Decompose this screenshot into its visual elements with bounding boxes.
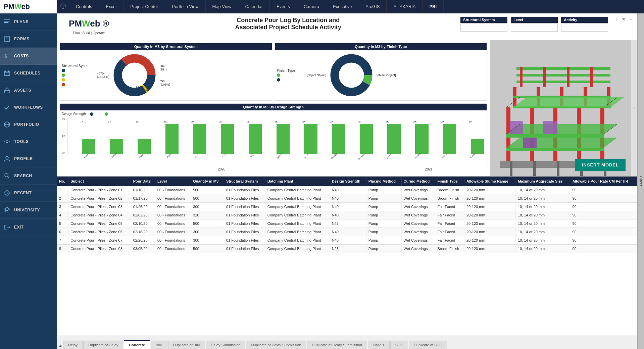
nav-tab-calendar[interactable]: Calendar [238,0,270,13]
more-icon[interactable]: ··· [628,17,632,22]
bottom-tab-duplicate-of-bim[interactable]: Duplicate of BIM [168,341,205,349]
report-tagline: Plan | Build | Operate [73,30,105,35]
nav-tab-map-view[interactable]: Map View [206,0,239,13]
bottom-tab-sdc[interactable]: SDC [390,341,408,349]
filter-level: Level All ▾ [511,17,558,32]
svg-rect-59 [567,67,569,87]
nav-tab-camera[interactable]: Camera [297,0,326,13]
bottom-tab-duplicate-of-delay-submission[interactable]: Duplicate of Delay Submission [246,341,306,349]
sidebar-item-university[interactable]: UNIVERSITY [0,202,57,219]
sidebar-label-costs: COSTS [14,54,29,58]
nav-tab-events[interactable]: Events [270,0,297,13]
legend-dot-11 [62,78,65,82]
nav-tab-controls[interactable]: Controls [69,0,99,13]
legend-item-13: 13 Slabs [62,83,95,87]
col-strength: Design Strength [330,177,366,186]
tools-icon [3,138,11,145]
right-panel-collapse[interactable]: › [631,40,637,176]
nav-tab-excel[interactable]: Excel [99,0,123,13]
bottom-tab-bim[interactable]: BIM [151,341,167,349]
sidebar-label-workflows: WORKFLOWS [14,105,43,110]
svg-rect-58 [543,67,546,87]
y-axis: 2K 1K 0K [62,117,65,154]
tab-nav-prev[interactable]: ◂ [57,343,63,349]
expand-icon[interactable]: ⊡ [622,17,626,22]
nav-tab-portfolio-view[interactable]: Portfolio View [165,0,205,13]
filter-activity-select[interactable]: All ▾ [561,23,608,32]
svg-rect-12 [4,90,10,93]
sidebar-item-profile[interactable]: PROFILE [0,150,57,167]
col-plant: Batching Plant [265,177,330,186]
finish-donut-svg [328,52,375,99]
sidebar-label-university: UNIVERSITY [14,208,40,212]
filter-icon[interactable]: ⊤ [615,17,619,22]
charts-model-row: Quantity in M3 by Structural System Stru… [57,40,637,176]
col-curing: Curing Method [401,177,435,186]
filters-side-button[interactable]: Filters [637,13,644,349]
bottom-tab-page-1[interactable]: Page 1 [368,341,390,349]
sidebar-item-forms[interactable]: FORMS [0,31,57,48]
donut-bottom-label: 17225 (64.07%) [136,85,148,92]
table-row: 5Concrete Pour - Piles - Zone 0502/10/20… [57,219,637,228]
sidebar-item-search[interactable]: SEARCH [0,167,57,185]
sidebar-item-workflows[interactable]: WORKFLOWS [0,99,57,116]
structural-legend: Structural Syste... 01 Foundati... 10 Co… [62,64,95,87]
filter-groups: Structural System All ▾ Level All ▾ [460,17,608,32]
bottom-tab-concrete[interactable]: Concrete [124,340,150,349]
sidebar-item-assets[interactable]: ASSETS [0,82,57,99]
filter-level-select[interactable]: All ▾ [511,23,558,32]
sidebar-item-schedules[interactable]: SCHEDULES [0,65,57,82]
table-row: 4Concrete Pour - Piles - Zone 0402/02/20… [57,211,637,219]
bottom-tab-duplicate-of-sdc[interactable]: Duplicate of SDC [409,341,447,349]
svg-rect-57 [520,67,523,87]
legend-dot-broom [277,73,280,77]
legend-n25: N25 [90,112,101,116]
svg-rect-60 [590,67,593,87]
filter-structural-select[interactable]: All ▾ [460,23,507,32]
structural-donut-svg [111,52,158,99]
col-pour-date: Pour Date [131,177,155,186]
bottom-tab-delay-submission[interactable]: Delay Submission [206,341,245,349]
costs-icon: $ [3,52,11,60]
svg-point-34 [123,63,146,87]
sidebar-item-recent[interactable]: RECENT [0,185,57,202]
assets-icon [3,87,11,94]
sidebar-item-tools[interactable]: TOOLS [0,133,57,150]
svg-rect-45 [506,134,604,138]
nav-tab-executive[interactable]: Executive [326,0,359,13]
chevron-right-icon: › [634,106,635,110]
insert-model-button[interactable]: INSERT MODEL [575,159,626,171]
nav-tabs: Controls Excel Project Center Portfolio … [69,0,644,13]
svg-rect-46 [506,148,604,151]
nav-tab-alakaria[interactable]: AL AKARIA [387,0,423,13]
sidebar-label-tools: TOOLS [14,139,29,144]
sidebar-item-plans[interactable]: PLANS [0,13,57,31]
workflows-icon [3,104,11,111]
table-row: 3Concrete Pour - Piles - Zone 0301/25/20… [57,203,637,211]
nav-tab-arcgis[interactable]: ArcGIS [359,0,387,13]
nav-tab-project-center[interactable]: Project Center [123,0,165,13]
svg-rect-71 [523,138,537,148]
bottom-tab-duplicate-of-delay-submission[interactable]: Duplicate of Delay Submission [307,341,367,349]
bottom-tab-duplicate-of-delay[interactable]: Duplicate of Delay [83,341,123,349]
col-finish: Finish Type [435,177,464,186]
bottom-tab-delay[interactable]: Delay [63,341,83,349]
info-icon[interactable]: ⓘ [57,0,69,13]
bottom-tabs: ◂ DelayDuplicate of DelayConcreteBIMDupl… [57,336,637,349]
bar-chart-content: Design Strength N25 N40 [60,110,487,173]
schedules-icon [3,69,11,77]
col-level: Level [155,177,191,186]
top-navigation: PMWeb ⓘ Controls Excel Project Center Po… [0,0,644,13]
sidebar-label-profile: PROFILE [14,156,33,161]
content-area: PMWeb ® Plan | Build | Operate Concrete … [57,13,637,349]
sidebar-item-costs[interactable]: $ COSTS [0,48,57,65]
legend-item-11: 11 Walls [62,78,95,82]
plans-icon [3,18,11,26]
forms-icon [3,35,11,43]
exit-icon [3,223,11,231]
sidebar-item-portfolio[interactable]: PORTFOLIO [0,116,57,133]
nav-tab-pbi[interactable]: PBI [423,0,444,13]
sidebar-item-exit[interactable]: EXIT [0,219,57,236]
col-subject: Subject [68,177,131,186]
data-table: No. Subject Pour Date Level Quantity in … [57,177,637,253]
